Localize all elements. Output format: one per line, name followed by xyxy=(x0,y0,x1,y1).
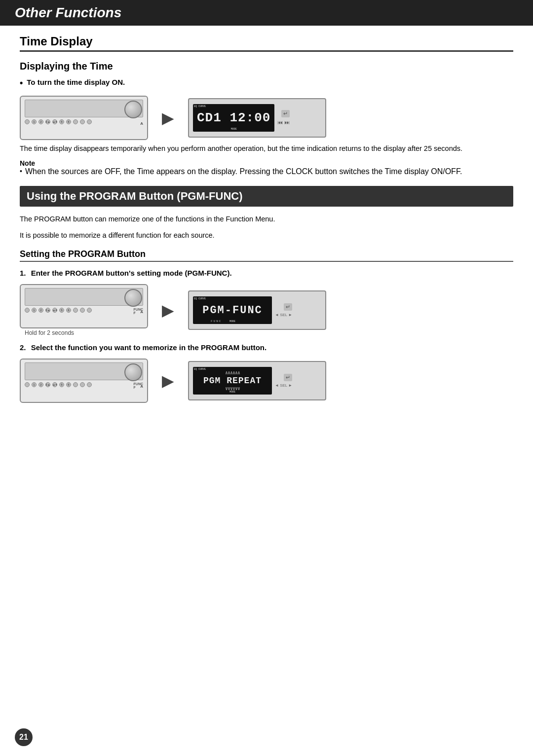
display-screen-1: EQ CURVE CD1 12:00 MODE xyxy=(193,104,274,132)
skip-prev-1: ⏮ xyxy=(277,119,283,125)
display-text-3: PGM REPEAT xyxy=(203,376,262,386)
ctrl-arrow-2: ↵ xyxy=(284,303,292,311)
eq-curve-label-3: EQ CURVE xyxy=(194,368,206,371)
skip-next-1: ⏭ xyxy=(284,119,290,125)
step-2-text: Select the function you want to memorize… xyxy=(31,343,267,352)
ctrl-skip-3: ◄ SEL ► xyxy=(275,383,292,388)
step-1-num: 1. xyxy=(20,269,26,277)
panel-btn-5: 5 xyxy=(59,119,64,124)
panel-btn-3-3: 3▲ xyxy=(45,382,50,387)
program-body-text-1: The PROGRAM button can memorize one of t… xyxy=(20,214,513,225)
ctrl-skip-1: ⏮ ⏭ xyxy=(277,119,290,125)
time-display-body-text: The time display disappears temporarily … xyxy=(20,143,513,154)
panel-btn-3: 3▲ xyxy=(45,119,50,124)
eq-curve-label-1: EQ CURVE xyxy=(194,105,206,108)
mode-label-2: MODE xyxy=(229,320,235,323)
panel-btn-4: ▲4 xyxy=(52,119,57,124)
display-controls-2: ↵ ◄ SEL ► xyxy=(275,303,292,317)
note-bullet-content: When the sources are OFF, the Time appea… xyxy=(25,167,462,176)
panel-btn-6: 6 xyxy=(66,119,71,124)
step-1-text: Enter the PROGRAM button's setting mode … xyxy=(31,269,232,277)
diagram-row-2: 1 2 3▲ ▲4 5 6 FUNCF A Hold for 2 seconds… xyxy=(20,284,513,336)
panel-btn-3-2: 2 xyxy=(38,382,43,387)
displaying-time-header: Displaying the Time xyxy=(20,61,513,72)
display-screen-3: EQ CURVE ∧∧∧∧∧∧ PGM REPEAT ∨∨∨∨∨∨ MODE xyxy=(193,367,272,395)
program-body-text-2: It is possible to memorize a different f… xyxy=(20,230,513,241)
panel-btn-3-9 xyxy=(87,382,92,387)
note-section: Note When the sources are OFF, the Time … xyxy=(20,159,513,176)
time-display-section-header: Time Display xyxy=(20,35,513,52)
panel-label-a-1: A xyxy=(140,121,143,126)
ctrl-skip-2: ◄ SEL ► xyxy=(275,313,292,317)
displaying-time-title: Displaying the Time xyxy=(20,61,513,72)
panel-btn-2-7 xyxy=(73,308,78,313)
panel-btn-3-8 xyxy=(80,382,85,387)
display-unit-3: EQ CURVE ∧∧∧∧∧∧ PGM REPEAT ∨∨∨∨∨∨ MODE ↵… xyxy=(188,361,326,400)
page-content: Time Display Displaying the Time • To tu… xyxy=(0,35,533,426)
device-panel-2: 1 2 3▲ ▲4 5 6 FUNCF A xyxy=(20,284,148,328)
mode-label-3: MODE xyxy=(229,391,235,394)
panel-btn-2-2: 2 xyxy=(38,308,43,313)
panel-btn-3-7 xyxy=(73,382,78,387)
setting-program-btn-title: Setting the PROGRAM Button xyxy=(20,249,513,262)
panel-btn-2-8 xyxy=(80,308,85,313)
page-title: Other Functions xyxy=(15,5,518,21)
program-button-title: Using the PROGRAM Button (PGM-FUNC) xyxy=(27,190,506,203)
bullet-dot-1: • xyxy=(20,78,23,89)
panel-btn-2: 2 xyxy=(38,119,43,124)
panel-btn-1: 1 xyxy=(32,119,37,124)
panel-btn-2-6: 6 xyxy=(66,308,71,313)
panel-knob-3 xyxy=(124,363,142,381)
panel-btn-3-5: 5 xyxy=(59,382,64,387)
setting-program-btn-header: Setting the PROGRAM Button xyxy=(20,249,513,262)
display-controls-3: ↵ ◄ SEL ► xyxy=(275,374,292,388)
time-display-bullet: • To turn the time display ON. xyxy=(20,78,513,89)
panel-btn-9 xyxy=(87,119,92,124)
display-unit-1: EQ CURVE CD1 12:00 MODE ↵ ⏮ ⏭ xyxy=(188,98,326,138)
func-label-2: FUNC xyxy=(211,320,222,323)
hold-text: Hold for 2 seconds xyxy=(25,329,74,336)
panel-btn-2-3: 3▲ xyxy=(45,308,50,313)
panel-btn-7 xyxy=(73,119,78,124)
ctrl-arrow-1: ↵ xyxy=(281,110,290,117)
panel-btn-2-4: ▲4 xyxy=(52,308,57,313)
panel-btn-8 xyxy=(80,119,85,124)
mode-label-1: MODE xyxy=(231,128,237,131)
display-unit-2: EQ CURVE PGM-FUNC FUNC MODE ↵ ◄ SEL ► xyxy=(188,290,326,330)
note-bullet-text: When the sources are OFF, the Time appea… xyxy=(20,167,513,176)
panel-label-a-2: A xyxy=(140,310,143,314)
diagram-row-3: 1 2 3▲ ▲4 5 6 FUNCF A ▶ EQ CURVE ∧∧∧∧∧∧ … xyxy=(20,359,513,403)
display-screen-2: EQ CURVE PGM-FUNC FUNC MODE xyxy=(193,296,272,324)
arrow-2: ▶ xyxy=(162,301,174,320)
panel-buttons-row-2: 1 2 3▲ ▲4 5 6 xyxy=(21,308,147,313)
step-2-num: 2. xyxy=(20,343,26,352)
time-display-title: Time Display xyxy=(20,35,513,48)
panel-btn-3-4: ▲4 xyxy=(52,382,57,387)
panel-knob-1 xyxy=(124,101,142,118)
panel-btn-2-9 xyxy=(87,308,92,313)
panel-btn-2-0 xyxy=(25,308,30,313)
panel-btn-3-1: 1 xyxy=(32,382,37,387)
program-button-section-header: Using the PROGRAM Button (PGM-FUNC) xyxy=(20,186,513,207)
device-panel-1: 1 2 3▲ ▲4 5 6 A xyxy=(20,96,148,140)
panel-label-a-3: A xyxy=(140,384,143,389)
display-text-1: CD1 12:00 xyxy=(197,110,270,125)
panel-buttons-row-3: 1 2 3▲ ▲4 5 6 xyxy=(21,382,147,387)
time-display-bullet-text: To turn the time display ON. xyxy=(27,78,125,86)
note-title: Note xyxy=(20,159,513,167)
panel-buttons-row-1: 1 2 3▲ ▲4 5 6 xyxy=(21,119,147,124)
arrow-3: ▶ xyxy=(162,371,174,390)
panel-knob-2 xyxy=(124,289,142,307)
wave-top: ∧∧∧∧∧∧ xyxy=(225,370,240,376)
step-1: 1. Enter the PROGRAM button's setting mo… xyxy=(20,269,513,277)
step-2: 2. Select the function you want to memor… xyxy=(20,343,513,352)
display-text-2: PGM-FUNC xyxy=(202,304,263,317)
display-controls-1: ↵ ⏮ ⏭ xyxy=(277,110,290,125)
sel-label-2: ◄ SEL ► xyxy=(275,313,292,317)
panel-btn-3-0 xyxy=(25,382,30,387)
header-banner: Other Functions xyxy=(0,0,533,26)
page-number: 21 xyxy=(15,728,33,746)
panel-btn-3-6: 6 xyxy=(66,382,71,387)
eq-curve-label-2: EQ CURVE xyxy=(194,297,206,300)
sel-label-3: ◄ SEL ► xyxy=(275,383,292,388)
